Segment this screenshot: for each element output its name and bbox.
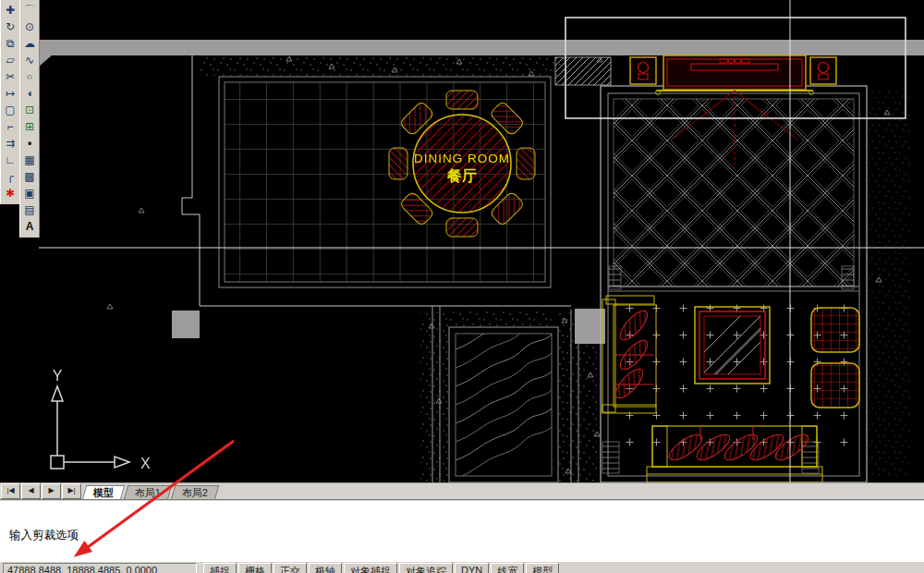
tab-layout2[interactable]: 布局2 xyxy=(171,485,220,500)
gray-block-left xyxy=(172,311,200,338)
gradient-icon[interactable]: ▩ xyxy=(21,168,38,185)
ellipse-arc-icon[interactable]: ◖ xyxy=(21,85,38,102)
trim-icon[interactable]: ✂ xyxy=(2,68,18,85)
make-block-icon[interactable]: ⊞ xyxy=(21,118,38,135)
table-icon[interactable]: ▤ xyxy=(21,201,38,218)
speaker-right xyxy=(810,57,836,84)
ucs-y-label: Y xyxy=(53,368,63,384)
ellipse-icon[interactable]: ○ xyxy=(21,71,38,83)
living-room xyxy=(601,86,867,482)
ucs-icon: Y X xyxy=(51,368,151,471)
drawing-canvas[interactable]: DINING ROOM 餐厅 xyxy=(0,0,924,482)
draw-toolbar: ⌒ ⊙ ☁ ∿ ○ ◖ ⊡ ⊞ • ▦ ▩ ▣ ▤ A xyxy=(19,0,40,238)
statusbar-toggle-polar[interactable]: 极轴 xyxy=(309,563,342,573)
statusbar-toggle-otrack[interactable]: 对象追踪 xyxy=(399,563,453,573)
tab-nav-prev-button[interactable]: ◀ xyxy=(21,483,41,499)
tab-layout1[interactable]: 布局1 xyxy=(124,485,173,500)
tab-nav-first-button[interactable]: |◀ xyxy=(1,483,20,499)
region-icon[interactable]: ▣ xyxy=(21,185,38,201)
ucs-x-label: X xyxy=(140,456,151,471)
break-at-point-icon[interactable]: ▢ xyxy=(2,102,18,118)
tab-model[interactable]: 模型 xyxy=(82,485,126,500)
statusbar-toggle-ortho[interactable]: 正交 xyxy=(274,563,307,573)
explode-icon[interactable]: ✱ xyxy=(2,185,18,201)
coordinate-readout: 47888.8488, 18888.4885, 0.0000 xyxy=(3,563,197,573)
tab-nav-last-button[interactable]: ▶| xyxy=(62,483,81,499)
break-icon[interactable]: ⌐ xyxy=(2,118,18,135)
chamfer-icon[interactable]: ∟ xyxy=(2,152,18,168)
scale-icon[interactable]: ⧉ xyxy=(2,35,18,52)
statusbar-toggle-lineweight[interactable]: 线宽 xyxy=(491,563,524,573)
revision-cloud-icon[interactable]: ☁ xyxy=(21,35,38,52)
stretch-icon[interactable]: ▱ xyxy=(2,52,18,68)
dining-room-label-cn: 餐厅 xyxy=(446,168,477,184)
command-history-line: 输入剪裁选项 xyxy=(9,529,924,542)
rotate-icon[interactable]: ↻ xyxy=(2,18,18,35)
join-icon[interactable]: ⇉ xyxy=(2,135,18,152)
statusbar-toggle-dyn[interactable]: DYN xyxy=(455,563,489,573)
layout-tab-strip: |◀ ◀ ▶ ▶| 模型 布局1 布局2 xyxy=(0,482,924,500)
stool-bottom xyxy=(811,363,859,408)
stool-top xyxy=(811,308,859,352)
point-icon[interactable]: • xyxy=(21,135,38,152)
status-bar: 47888.8488, 18888.4885, 0.0000 捕捉 栅格 正交 … xyxy=(0,561,924,573)
speaker-left xyxy=(630,57,656,84)
modify-toolbar: ✚ ↻ ⧉ ▱ ✂ ↦ ▢ ⌐ ⇉ ∟ ╭ ✱ xyxy=(0,0,20,204)
insert-block-icon[interactable]: ⊡ xyxy=(21,102,38,118)
mtext-icon[interactable]: A xyxy=(21,218,38,235)
command-window: 输入剪裁选项 [开(ON)/关(OFF)/剪裁深度(C)/删除(D)/生成多段线… xyxy=(0,499,924,561)
cad-drawing: DINING ROOM 餐厅 xyxy=(0,0,924,482)
statusbar-toggle-grid[interactable]: 栅格 xyxy=(238,563,272,573)
statusbar-toggle-snap[interactable]: 捕捉 xyxy=(203,563,237,573)
tab-nav-next-button[interactable]: ▶ xyxy=(42,483,61,499)
statusbar-toggle-model[interactable]: 模型 xyxy=(526,563,559,573)
hatch-icon[interactable]: ▦ xyxy=(21,152,38,168)
spline-icon[interactable]: ∿ xyxy=(21,52,38,68)
arc-icon[interactable]: ⌒ xyxy=(21,2,38,18)
circle-icon[interactable]: ⊙ xyxy=(21,18,38,35)
extend-icon[interactable]: ↦ xyxy=(2,85,18,102)
dining-room-label-en: DINING ROOM xyxy=(414,152,510,165)
move-icon[interactable]: ✚ xyxy=(2,2,18,18)
statusbar-toggle-osnap[interactable]: 对象捕捉 xyxy=(344,563,397,573)
fillet-icon[interactable]: ╭ xyxy=(2,168,18,185)
